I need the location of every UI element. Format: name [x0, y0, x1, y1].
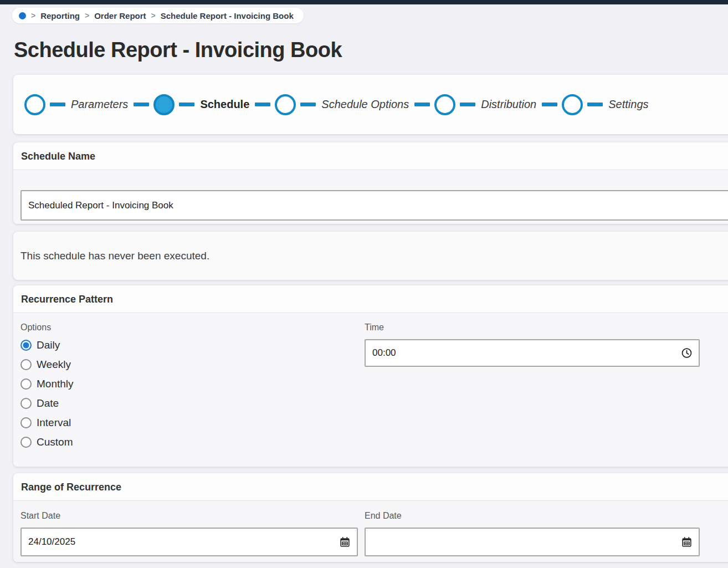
radio-icon-date[interactable] [20, 398, 32, 409]
page-title: Schedule Report - Invoicing Book [14, 38, 728, 62]
clock-icon[interactable] [681, 347, 693, 359]
end-date-label: End Date [365, 511, 700, 521]
execution-status-card: This schedule has never been executed. [13, 232, 728, 280]
end-date-input[interactable] [365, 528, 700, 556]
schedule-name-input[interactable] [20, 190, 728, 221]
radio-option-monthly[interactable]: Monthly [20, 378, 358, 390]
wizard-stepper: Parameters Schedule Schedule Options Dis… [13, 75, 728, 134]
chevron-right-icon: > [31, 11, 35, 20]
radio-label-monthly[interactable]: Monthly [37, 378, 74, 390]
recurrence-pattern-body: Options Daily Weekly Monthly Date [13, 313, 728, 467]
time-label: Time [365, 323, 700, 332]
breadcrumb-item-order-report[interactable]: Order Report [94, 11, 146, 21]
schedule-name-title: Schedule Name [21, 151, 95, 162]
step-connector [300, 103, 316, 106]
radio-label-custom[interactable]: Custom [37, 436, 73, 448]
start-date-input[interactable] [20, 528, 358, 556]
step-connector [460, 103, 475, 106]
breadcrumb-item-schedule-report[interactable]: Schedule Report - Invoicing Book [161, 11, 294, 21]
recurrence-pattern-title: Recurrence Pattern [21, 294, 113, 305]
radio-option-daily[interactable]: Daily [20, 339, 358, 351]
radio-icon-daily[interactable] [20, 340, 32, 351]
chevron-right-icon: > [151, 11, 156, 20]
execution-status-text: This schedule has never been executed. [20, 250, 209, 262]
breadcrumb: > Reporting > Order Report > Schedule Re… [12, 8, 304, 23]
range-of-recurrence-body: Start Date End Date [13, 501, 728, 562]
app-dot-icon [19, 12, 26, 19]
step-connector [50, 103, 65, 106]
radio-option-custom[interactable]: Custom [20, 436, 358, 448]
step-label-settings[interactable]: Settings [607, 98, 649, 111]
range-of-recurrence-card: Range of Recurrence Start Date [13, 473, 728, 562]
calendar-icon[interactable] [339, 536, 351, 548]
radio-label-weekly[interactable]: Weekly [37, 359, 71, 371]
step-label-schedule-options[interactable]: Schedule Options [320, 98, 410, 111]
time-input[interactable] [365, 339, 700, 367]
radio-label-interval[interactable]: Interval [37, 417, 71, 429]
step-circle-schedule[interactable] [153, 94, 175, 115]
recurrence-pattern-card: Recurrence Pattern Options Daily Weekly … [13, 285, 728, 467]
range-of-recurrence-header: Range of Recurrence [13, 473, 728, 500]
step-connector [179, 103, 194, 106]
step-circle-schedule-options[interactable] [275, 94, 296, 115]
step-circle-parameters[interactable] [24, 94, 45, 115]
radio-option-date[interactable]: Date [20, 397, 358, 409]
schedule-name-card: Schedule Name [13, 142, 728, 224]
schedule-name-body [13, 170, 728, 224]
radio-icon-monthly[interactable] [20, 378, 32, 390]
breadcrumb-item-reporting[interactable]: Reporting [40, 11, 80, 21]
step-label-schedule[interactable]: Schedule [199, 98, 250, 111]
schedule-name-header: Schedule Name [13, 142, 728, 170]
step-label-parameters[interactable]: Parameters [70, 98, 129, 111]
step-connector [255, 103, 270, 106]
step-connector [542, 103, 557, 106]
wizard-stepper-card: Parameters Schedule Schedule Options Dis… [13, 75, 728, 134]
step-connector [587, 103, 603, 106]
radio-label-daily[interactable]: Daily [37, 339, 60, 351]
range-of-recurrence-title: Range of Recurrence [21, 482, 121, 493]
step-circle-settings[interactable] [562, 94, 583, 115]
radio-label-date[interactable]: Date [37, 397, 59, 410]
radio-option-weekly[interactable]: Weekly [20, 359, 358, 370]
radio-icon-weekly[interactable] [20, 359, 32, 370]
top-navy-bar [0, 0, 728, 4]
recurrence-options-column: Options Daily Weekly Monthly Date [20, 323, 358, 448]
step-circle-distribution[interactable] [434, 94, 455, 115]
recurrence-time-column: Time [365, 323, 700, 367]
start-date-column: Start Date [20, 511, 358, 556]
step-label-distribution[interactable]: Distribution [480, 98, 537, 111]
radio-option-interval[interactable]: Interval [20, 417, 358, 428]
step-connector [414, 103, 430, 106]
step-connector [134, 103, 149, 106]
start-date-label: Start Date [20, 511, 358, 521]
radio-icon-interval[interactable] [20, 417, 32, 428]
recurrence-pattern-header: Recurrence Pattern [13, 285, 728, 313]
options-label: Options [20, 323, 358, 332]
end-date-column: End Date [365, 511, 700, 556]
chevron-right-icon: > [85, 11, 89, 20]
radio-icon-custom[interactable] [20, 437, 32, 448]
calendar-icon[interactable] [681, 536, 693, 548]
